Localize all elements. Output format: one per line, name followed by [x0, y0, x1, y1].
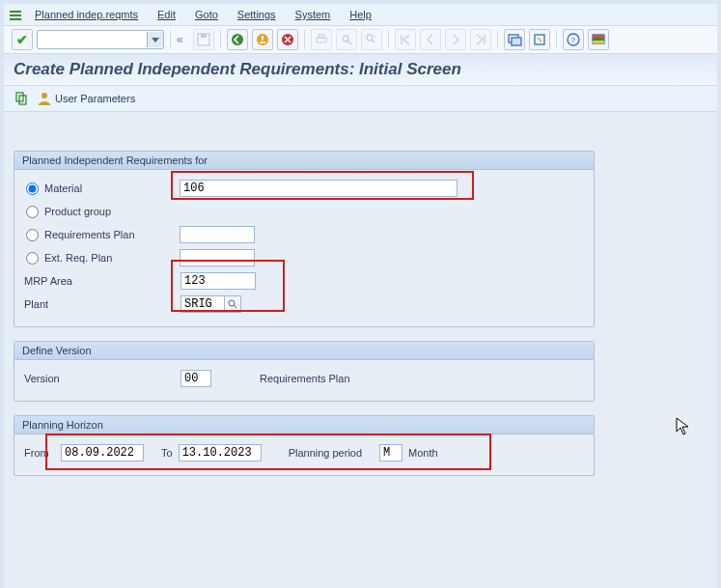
- menubar: Planned indep.reqmts Edit Goto Settings …: [4, 4, 717, 26]
- main-toolbar: ✔ « + ?: [4, 26, 717, 54]
- input-planning-period-code[interactable]: [379, 444, 402, 462]
- find-button[interactable]: [336, 29, 357, 50]
- menu-edit[interactable]: Edit: [148, 7, 185, 22]
- svg-line-13: [372, 40, 374, 42]
- svg-rect-9: [319, 35, 324, 38]
- svg-point-26: [42, 93, 47, 98]
- radio-ext-req-plan[interactable]: [26, 252, 39, 265]
- input-from-date[interactable]: [61, 444, 144, 462]
- panel-pir-for-title: Planned Independent Requirements for: [14, 152, 594, 170]
- copy-icon[interactable]: [12, 89, 31, 108]
- svg-rect-21: [593, 35, 604, 38]
- prev-page-button[interactable]: [420, 29, 441, 50]
- menu-system[interactable]: System: [286, 7, 341, 22]
- svg-text:+: +: [374, 33, 376, 39]
- exit-button[interactable]: [252, 29, 273, 50]
- panel-planning-horizon: Planning Horizon From To Planning period…: [14, 415, 595, 476]
- radio-requirements-plan[interactable]: [26, 229, 39, 241]
- svg-rect-16: [512, 38, 521, 45]
- svg-point-5: [232, 34, 243, 45]
- next-page-button[interactable]: [445, 29, 466, 50]
- screen-title-bar: Create Planned Independent Requirements:…: [4, 54, 717, 86]
- plant-value-help-button[interactable]: [224, 295, 241, 313]
- input-plant[interactable]: [180, 295, 225, 313]
- label-planning-period-text: Month: [408, 447, 438, 459]
- radio-material[interactable]: [26, 182, 39, 195]
- app-toolbar: User Parameters: [4, 86, 717, 112]
- menu-help[interactable]: Help: [340, 7, 381, 22]
- app-menu-icon[interactable]: [8, 8, 21, 21]
- label-from: From: [24, 447, 55, 459]
- last-page-button[interactable]: [470, 29, 491, 50]
- label-requirements-plan: Requirements Plan: [44, 229, 180, 240]
- label-material: Material: [44, 182, 180, 194]
- find-next-button[interactable]: +: [361, 29, 382, 50]
- panel-pir-for: Planned Independent Requirements for Mat…: [14, 151, 595, 327]
- first-page-button[interactable]: [395, 29, 416, 50]
- label-to: To: [161, 447, 173, 459]
- menu-settings[interactable]: Settings: [228, 7, 286, 22]
- command-field[interactable]: [37, 30, 164, 49]
- user-parameters-label: User Parameters: [55, 93, 135, 104]
- back-button[interactable]: [227, 29, 248, 50]
- label-product-group: Product group: [44, 206, 180, 217]
- input-version[interactable]: [180, 370, 211, 387]
- svg-rect-4: [201, 34, 207, 38]
- label-mrp-area: MRP Area: [24, 275, 180, 287]
- panel-define-version-title: Define Version: [14, 342, 594, 360]
- new-session-button[interactable]: [504, 29, 525, 50]
- menu-goto[interactable]: Goto: [185, 7, 228, 22]
- panel-define-version: Define Version Version Requirements Plan: [14, 341, 595, 402]
- svg-line-28: [234, 305, 236, 308]
- svg-rect-0: [10, 11, 21, 13]
- screen-title: Create Planned Independent Requirements:…: [14, 60, 707, 79]
- cancel-button[interactable]: [277, 29, 298, 50]
- svg-text:?: ?: [570, 36, 575, 44]
- svg-rect-22: [593, 38, 604, 41]
- input-ext-req-plan[interactable]: [180, 249, 255, 266]
- cursor-icon: [676, 417, 691, 440]
- menu-planned-indep-reqmts[interactable]: Planned indep.reqmts: [25, 7, 148, 22]
- label-version: Version: [24, 373, 180, 384]
- command-field-dropdown-icon[interactable]: [147, 32, 163, 47]
- chevron-left-icon: «: [177, 33, 183, 46]
- user-icon: [37, 91, 52, 106]
- label-ext-req-plan: Ext. Req. Plan: [44, 252, 180, 264]
- content-area: Planned Independent Requirements for Mat…: [4, 112, 717, 588]
- radio-product-group[interactable]: [26, 206, 39, 218]
- enter-button[interactable]: ✔: [12, 29, 33, 50]
- label-plant: Plant: [24, 298, 180, 310]
- input-to-date[interactable]: [179, 444, 262, 462]
- svg-rect-8: [317, 38, 326, 42]
- print-button[interactable]: [311, 29, 332, 50]
- layout-menu-button[interactable]: [588, 29, 609, 50]
- input-mrp-area[interactable]: [180, 272, 256, 290]
- svg-rect-23: [593, 41, 604, 43]
- help-button[interactable]: ?: [563, 29, 584, 50]
- input-material[interactable]: [180, 180, 458, 197]
- save-button[interactable]: [193, 29, 214, 50]
- label-planning-period: Planning period: [289, 447, 362, 459]
- svg-line-11: [347, 41, 351, 44]
- panel-planning-horizon-title: Planning Horizon: [14, 416, 594, 434]
- svg-rect-1: [10, 14, 21, 16]
- input-requirements-plan[interactable]: [180, 226, 255, 243]
- svg-rect-2: [10, 18, 21, 20]
- user-parameters-button[interactable]: User Parameters: [37, 91, 135, 106]
- label-req-plan-2: Requirements Plan: [260, 373, 350, 384]
- shortcut-button[interactable]: [529, 29, 550, 50]
